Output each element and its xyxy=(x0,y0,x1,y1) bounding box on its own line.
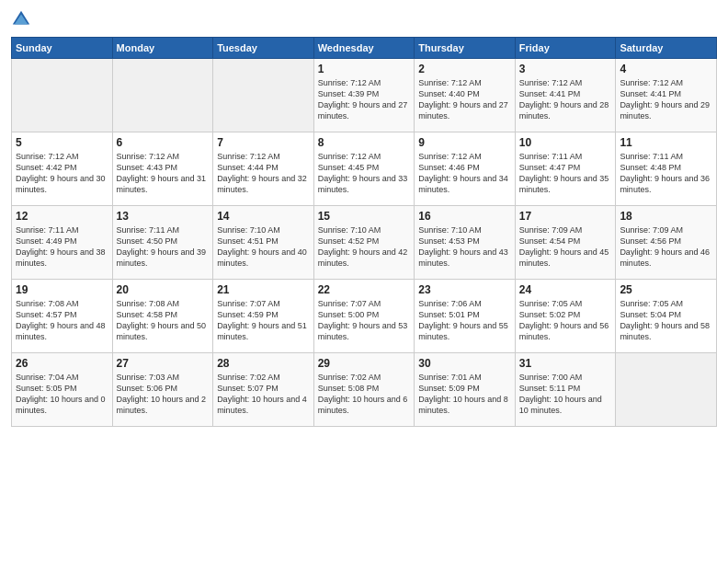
day-cell: 9Sunrise: 7:12 AM Sunset: 4:46 PM Daylig… xyxy=(415,132,516,206)
header xyxy=(11,9,717,29)
day-cell: 25Sunrise: 7:05 AM Sunset: 5:04 PM Dayli… xyxy=(616,280,717,353)
day-cell: 5Sunrise: 7:12 AM Sunset: 4:42 PM Daylig… xyxy=(12,132,113,206)
day-info: Sunrise: 7:12 AM Sunset: 4:42 PM Dayligh… xyxy=(16,151,108,196)
day-info: Sunrise: 7:01 AM Sunset: 5:09 PM Dayligh… xyxy=(418,372,511,417)
day-info: Sunrise: 7:12 AM Sunset: 4:39 PM Dayligh… xyxy=(318,77,411,122)
week-row-4: 19Sunrise: 7:08 AM Sunset: 4:57 PM Dayli… xyxy=(12,280,717,353)
calendar-table: SundayMondayTuesdayWednesdayThursdayFrid… xyxy=(11,37,717,427)
day-cell: 17Sunrise: 7:09 AM Sunset: 4:54 PM Dayli… xyxy=(515,206,616,280)
day-info: Sunrise: 7:09 AM Sunset: 4:56 PM Dayligh… xyxy=(620,224,712,270)
logo xyxy=(11,9,33,29)
day-number: 20 xyxy=(117,283,210,296)
day-cell xyxy=(12,59,113,132)
week-row-3: 12Sunrise: 7:11 AM Sunset: 4:49 PM Dayli… xyxy=(12,206,717,280)
day-number: 17 xyxy=(519,210,612,223)
day-number: 3 xyxy=(519,63,612,75)
day-cell: 10Sunrise: 7:11 AM Sunset: 4:47 PM Dayli… xyxy=(515,132,616,206)
day-cell: 16Sunrise: 7:10 AM Sunset: 4:53 PM Dayli… xyxy=(415,206,516,280)
day-number: 1 xyxy=(318,63,411,75)
weekday-monday: Monday xyxy=(112,38,213,59)
day-cell: 20Sunrise: 7:08 AM Sunset: 4:58 PM Dayli… xyxy=(112,280,213,353)
day-cell: 3Sunrise: 7:12 AM Sunset: 4:41 PM Daylig… xyxy=(515,59,616,132)
day-cell: 11Sunrise: 7:11 AM Sunset: 4:48 PM Dayli… xyxy=(616,132,717,206)
day-cell: 21Sunrise: 7:07 AM Sunset: 4:59 PM Dayli… xyxy=(213,280,314,353)
day-info: Sunrise: 7:11 AM Sunset: 4:48 PM Dayligh… xyxy=(620,151,712,196)
day-info: Sunrise: 7:12 AM Sunset: 4:44 PM Dayligh… xyxy=(217,151,310,196)
weekday-wednesday: Wednesday xyxy=(313,38,415,59)
day-cell: 18Sunrise: 7:09 AM Sunset: 4:56 PM Dayli… xyxy=(616,206,717,280)
day-info: Sunrise: 7:11 AM Sunset: 4:49 PM Dayligh… xyxy=(16,224,108,270)
day-cell: 24Sunrise: 7:05 AM Sunset: 5:02 PM Dayli… xyxy=(515,280,616,353)
day-cell: 27Sunrise: 7:03 AM Sunset: 5:06 PM Dayli… xyxy=(112,353,213,427)
week-row-1: 1Sunrise: 7:12 AM Sunset: 4:39 PM Daylig… xyxy=(12,59,717,132)
weekday-friday: Friday xyxy=(515,38,616,59)
day-cell: 31Sunrise: 7:00 AM Sunset: 5:11 PM Dayli… xyxy=(515,353,616,427)
day-number: 13 xyxy=(117,210,210,223)
day-info: Sunrise: 7:10 AM Sunset: 4:52 PM Dayligh… xyxy=(318,224,411,270)
day-cell: 19Sunrise: 7:08 AM Sunset: 4:57 PM Dayli… xyxy=(12,280,113,353)
day-number: 5 xyxy=(16,136,108,149)
day-number: 9 xyxy=(418,136,511,149)
day-number: 6 xyxy=(117,136,210,149)
week-row-2: 5Sunrise: 7:12 AM Sunset: 4:42 PM Daylig… xyxy=(12,132,717,206)
day-info: Sunrise: 7:12 AM Sunset: 4:43 PM Dayligh… xyxy=(117,151,210,196)
day-info: Sunrise: 7:12 AM Sunset: 4:46 PM Dayligh… xyxy=(418,151,511,196)
day-cell: 1Sunrise: 7:12 AM Sunset: 4:39 PM Daylig… xyxy=(313,59,415,132)
weekday-saturday: Saturday xyxy=(616,38,717,59)
day-info: Sunrise: 7:12 AM Sunset: 4:45 PM Dayligh… xyxy=(318,151,411,196)
day-number: 12 xyxy=(16,210,108,223)
day-cell: 26Sunrise: 7:04 AM Sunset: 5:05 PM Dayli… xyxy=(12,353,113,427)
day-number: 7 xyxy=(217,136,310,149)
day-info: Sunrise: 7:05 AM Sunset: 5:02 PM Dayligh… xyxy=(519,298,612,343)
day-number: 18 xyxy=(620,210,712,223)
day-number: 10 xyxy=(519,136,612,149)
day-info: Sunrise: 7:03 AM Sunset: 5:06 PM Dayligh… xyxy=(117,372,210,417)
day-number: 25 xyxy=(620,283,712,296)
day-number: 2 xyxy=(418,63,511,75)
weekday-sunday: Sunday xyxy=(12,38,113,59)
day-cell: 29Sunrise: 7:02 AM Sunset: 5:08 PM Dayli… xyxy=(313,353,415,427)
day-number: 24 xyxy=(519,283,612,296)
day-cell xyxy=(616,353,717,427)
day-number: 22 xyxy=(318,283,411,296)
day-cell: 28Sunrise: 7:02 AM Sunset: 5:07 PM Dayli… xyxy=(213,353,314,427)
day-number: 29 xyxy=(318,357,411,370)
day-cell: 23Sunrise: 7:06 AM Sunset: 5:01 PM Dayli… xyxy=(415,280,516,353)
day-info: Sunrise: 7:10 AM Sunset: 4:51 PM Dayligh… xyxy=(217,224,310,270)
day-info: Sunrise: 7:04 AM Sunset: 5:05 PM Dayligh… xyxy=(16,372,108,417)
day-info: Sunrise: 7:02 AM Sunset: 5:07 PM Dayligh… xyxy=(217,372,310,417)
day-number: 8 xyxy=(318,136,411,149)
day-info: Sunrise: 7:02 AM Sunset: 5:08 PM Dayligh… xyxy=(318,372,411,417)
day-cell: 8Sunrise: 7:12 AM Sunset: 4:45 PM Daylig… xyxy=(313,132,415,206)
day-cell: 6Sunrise: 7:12 AM Sunset: 4:43 PM Daylig… xyxy=(112,132,213,206)
day-cell xyxy=(112,59,213,132)
day-cell xyxy=(213,59,314,132)
day-info: Sunrise: 7:12 AM Sunset: 4:41 PM Dayligh… xyxy=(620,77,712,122)
day-cell: 7Sunrise: 7:12 AM Sunset: 4:44 PM Daylig… xyxy=(213,132,314,206)
day-cell: 14Sunrise: 7:10 AM Sunset: 4:51 PM Dayli… xyxy=(213,206,314,280)
logo-icon xyxy=(11,9,31,29)
day-number: 15 xyxy=(318,210,411,223)
day-number: 21 xyxy=(217,283,310,296)
day-info: Sunrise: 7:07 AM Sunset: 5:00 PM Dayligh… xyxy=(318,298,411,343)
day-info: Sunrise: 7:07 AM Sunset: 4:59 PM Dayligh… xyxy=(217,298,310,343)
day-cell: 12Sunrise: 7:11 AM Sunset: 4:49 PM Dayli… xyxy=(12,206,113,280)
weekday-tuesday: Tuesday xyxy=(213,38,314,59)
day-number: 14 xyxy=(217,210,310,223)
day-info: Sunrise: 7:10 AM Sunset: 4:53 PM Dayligh… xyxy=(418,224,511,270)
day-info: Sunrise: 7:05 AM Sunset: 5:04 PM Dayligh… xyxy=(620,298,712,343)
day-info: Sunrise: 7:00 AM Sunset: 5:11 PM Dayligh… xyxy=(519,372,612,417)
day-number: 4 xyxy=(620,63,712,75)
day-number: 31 xyxy=(519,357,612,370)
day-number: 27 xyxy=(117,357,210,370)
day-info: Sunrise: 7:12 AM Sunset: 4:41 PM Dayligh… xyxy=(519,77,612,122)
day-number: 30 xyxy=(418,357,511,370)
day-cell: 4Sunrise: 7:12 AM Sunset: 4:41 PM Daylig… xyxy=(616,59,717,132)
day-number: 23 xyxy=(418,283,511,296)
day-number: 19 xyxy=(16,283,108,296)
day-info: Sunrise: 7:11 AM Sunset: 4:50 PM Dayligh… xyxy=(117,224,210,270)
day-cell: 2Sunrise: 7:12 AM Sunset: 4:40 PM Daylig… xyxy=(415,59,516,132)
day-info: Sunrise: 7:06 AM Sunset: 5:01 PM Dayligh… xyxy=(418,298,511,343)
weekday-thursday: Thursday xyxy=(415,38,516,59)
week-row-5: 26Sunrise: 7:04 AM Sunset: 5:05 PM Dayli… xyxy=(12,353,717,427)
